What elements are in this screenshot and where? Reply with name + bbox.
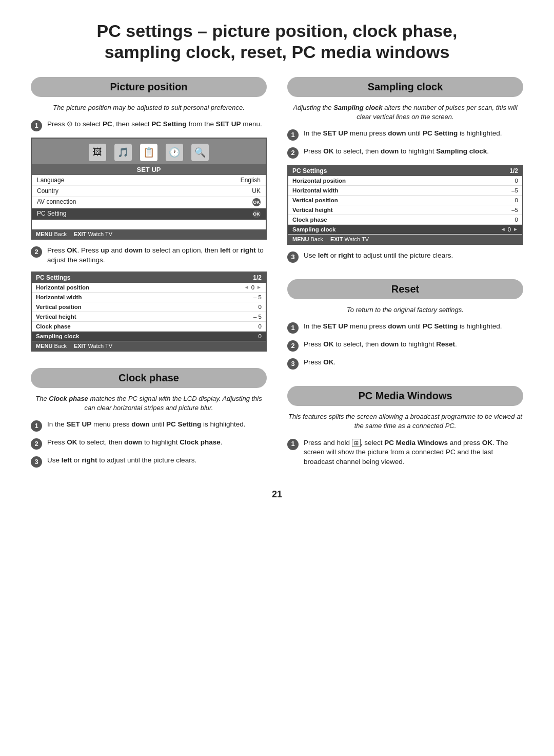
step-text: Press OK to select, then down to highlig…: [47, 438, 267, 448]
picture-position-step1: 1 Press ⊙ to select PC, then select PC S…: [31, 120, 267, 131]
step-text: In the SET UP menu press down until PC S…: [304, 322, 523, 332]
menu-label: Country: [37, 187, 58, 195]
pc-row-clockphase: Clock phase 0: [288, 215, 522, 225]
setup-menu: 🖼 🎵 📋 🕐 🔍 SET UP Language English Countr…: [31, 138, 267, 240]
sampling-clock-desc: Adjusting the Sampling clock alters the …: [287, 103, 523, 122]
pc-row-hpos: Horizontal position 0: [288, 176, 522, 186]
pc-settings-table-right: PC Settings 1/2 Horizontal position 0 Ho…: [287, 165, 523, 245]
page-number: 21: [31, 489, 523, 500]
picture-position-header: Picture position: [31, 77, 267, 97]
arrow-right-icon: ►: [256, 284, 262, 290]
step-number: 1: [31, 120, 42, 131]
pc-media-windows-header: PC Media Windows: [287, 386, 523, 406]
pc-settings-header: PC Settings 1/2: [32, 273, 266, 283]
picture-position-section: Picture position The picture position ma…: [31, 77, 267, 358]
pc-row-vpos: Vertical position 0: [288, 196, 522, 205]
menu-label: Language: [37, 177, 64, 184]
step-text: Press OK. Press up and down to select an…: [47, 246, 267, 265]
step-number: 2: [287, 340, 299, 352]
reset-step2: 2 Press OK to select, then down to highl…: [287, 340, 523, 352]
picture-position-step2: 2 Press OK. Press up and down to select …: [31, 246, 267, 265]
sampling-clock-step1: 1 In the SET UP menu press down until PC…: [287, 129, 523, 141]
ok-icon: OK: [252, 210, 261, 218]
page-title: PC settings – picture position, clock ph…: [31, 21, 523, 63]
menu-value: UK: [252, 187, 261, 195]
pc-row-vheight: Vertical height – 5: [32, 312, 266, 322]
pc-media-windows-section: PC Media Windows This features splits th…: [287, 386, 523, 473]
reset-step1: 1 In the SET UP menu press down until PC…: [287, 322, 523, 334]
ok-icon: OK: [252, 198, 261, 206]
clock-phase-step3: 3 Use left or right to adjust until the …: [31, 456, 267, 468]
menu-row-av: AV connection OK: [32, 197, 266, 208]
clock-phase-section: Clock phase The Clock phase matches the …: [31, 368, 267, 474]
clock-phase-step2: 2 Press OK to select, then down to highl…: [31, 438, 267, 450]
pc-settings-footer: MENU Back EXIT Watch TV: [288, 235, 522, 244]
step-text: Press and hold ⊞, select PC Media Window…: [304, 438, 523, 468]
step-number: 3: [31, 456, 42, 468]
step-number: 1: [287, 322, 299, 334]
step-number: 3: [287, 358, 299, 370]
menu-icon-settings: 🖼: [89, 144, 106, 161]
step-number: 2: [287, 147, 299, 159]
reset-step3: 3 Press OK.: [287, 358, 523, 370]
menu-row-country: Country UK: [32, 186, 266, 197]
pc-settings-table-left: PC Settings 1/2 Horizontal position ◄ 0 …: [31, 272, 267, 352]
pc-settings-title: PC Settings: [292, 167, 327, 175]
reset-section: Reset To return to the original factory …: [287, 279, 523, 376]
clock-phase-step1: 1 In the SET UP menu press down until PC…: [31, 420, 267, 432]
pc-row-clockphase: Clock phase 0: [32, 322, 266, 332]
clock-phase-desc: The Clock phase matches the PC signal wi…: [31, 394, 267, 413]
step-number: 3: [287, 251, 299, 263]
step-number: 1: [287, 129, 299, 141]
pc-row-hpos: Horizontal position ◄ 0 ►: [32, 283, 266, 293]
step-text: Use left or right to adjust until the pi…: [47, 456, 267, 466]
clock-phase-header: Clock phase: [31, 368, 267, 388]
step-number: 2: [31, 246, 42, 258]
sampling-clock-section: Sampling clock Adjusting the Sampling cl…: [287, 77, 523, 269]
menu-row-pcsetting: PC Setting OK: [32, 208, 266, 220]
sampling-clock-header: Sampling clock: [287, 77, 523, 97]
pc-row-vpos: Vertical position 0: [32, 302, 266, 312]
pc-settings-title: PC Settings: [36, 274, 70, 281]
menu-value: English: [241, 177, 261, 184]
menu-icons-row: 🖼 🎵 📋 🕐 🔍: [32, 139, 266, 164]
picture-position-desc: The picture position may be adjusted to …: [31, 103, 267, 112]
reset-header: Reset: [287, 279, 523, 299]
pc-media-windows-desc: This features splits the screen allowing…: [287, 412, 523, 431]
pc-settings-header: PC Settings 1/2: [288, 166, 522, 176]
step-text: Use left or right to adjust until the pi…: [304, 251, 523, 261]
step-text: Press ⊙ to select PC, then select PC Set…: [47, 120, 267, 129]
pc-row-sampling: Sampling clock 0: [32, 332, 266, 341]
step-text: In the SET UP menu press down until PC S…: [304, 129, 523, 139]
menu-icon-music: 🎵: [114, 144, 132, 161]
pc-row-hwidth: Horizontal width – 5: [32, 293, 266, 302]
arrow-left-icon: ◄: [244, 284, 249, 290]
menu-footer-menu: MENU Back: [36, 231, 67, 237]
reset-desc: To return to the original factory settin…: [287, 305, 523, 315]
step-text: In the SET UP menu press down until PC S…: [47, 420, 267, 430]
pc-row-hwidth: Horizontal width –5: [288, 186, 522, 196]
step-number: 1: [31, 420, 42, 432]
pc-row-vheight: Vertical height –5: [288, 205, 522, 215]
step-text: Press OK to select, then down to highlig…: [304, 340, 523, 350]
step-text: Press OK to select, then down to highlig…: [304, 147, 523, 157]
step-number: 2: [31, 438, 42, 450]
menu-label: PC Setting: [37, 210, 66, 218]
sampling-clock-step2: 2 Press OK to select, then down to highl…: [287, 147, 523, 159]
menu-icon-search: 🔍: [191, 144, 209, 161]
menu-title: SET UP: [32, 164, 266, 175]
menu-icon-timer: 🕐: [166, 144, 183, 161]
menu-label: AV connection: [37, 198, 76, 206]
pc-media-windows-step1: 1 Press and hold ⊞, select PC Media Wind…: [287, 438, 523, 468]
pc-row-sampling-highlighted: Sampling clock ◄ 0 ►: [288, 225, 522, 235]
arrow-right-icon: ►: [513, 226, 518, 232]
pc-settings-footer: MENU Back EXIT Watch TV: [32, 341, 266, 351]
step-number: 1: [287, 439, 299, 450]
menu-row-language: Language English: [32, 175, 266, 186]
menu-footer-exit: EXIT Watch TV: [74, 231, 112, 237]
menu-icon-setup: 📋: [140, 144, 157, 161]
arrow-left-icon: ◄: [501, 226, 506, 232]
step-text: Press OK.: [304, 358, 523, 367]
pc-settings-page: 1/2: [509, 167, 518, 175]
sampling-clock-step3: 3 Use left or right to adjust until the …: [287, 251, 523, 263]
